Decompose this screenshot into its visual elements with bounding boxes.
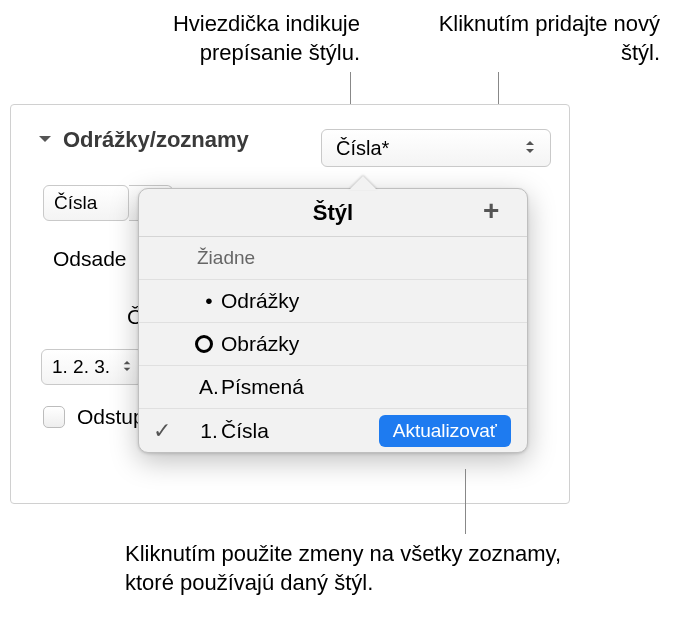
number-format-dropdown[interactable]: 1. 2. 3. [41,349,143,385]
style-item-label: Písmená [221,375,304,399]
updown-icon [524,137,536,160]
leader-line [465,469,466,534]
popover-title: Štýl [313,200,353,226]
number-prefix: 1. [197,419,221,443]
style-item-numbers[interactable]: ✓ 1. Čísla Aktualizovať [139,409,527,452]
list-style-value: Čísla* [336,137,389,160]
checkbox-icon [43,406,65,428]
add-style-button[interactable]: + [483,199,511,227]
style-item-label: Čísla [221,419,269,443]
callout-asterisk: Hviezdička indikuje prepísanie štýlu. [100,10,360,67]
updown-icon [122,356,132,378]
style-item-label: Žiadne [197,247,255,269]
list-type-dropdown[interactable]: Čísla [43,185,129,221]
list-style-dropdown[interactable]: Čísla* [321,129,551,167]
style-item-bullets[interactable]: • Odrážky [139,280,527,323]
indent-label: Odsade [53,247,127,271]
image-bullet-icon [195,335,213,353]
bullet-icon: • [197,289,221,313]
style-popover: Štýl + Žiadne • Odrážky Obrázky A. Písme… [138,188,528,453]
style-list: Žiadne • Odrážky Obrázky A. Písmená ✓ 1.… [139,237,527,452]
style-item-none[interactable]: Žiadne [139,237,527,280]
callout-update: Kliknutím použite zmeny na všetky zoznam… [125,540,575,597]
popover-header: Štýl + [139,189,527,237]
chevron-down-icon [37,127,53,153]
section-title: Odrážky/zoznamy [63,127,249,153]
letter-prefix: A. [197,375,221,399]
callout-add-style: Kliknutím pridajte nový štýl. [410,10,660,67]
update-style-button[interactable]: Aktualizovať [379,415,511,447]
list-type-value: Čísla [54,192,97,214]
style-item-label: Odrážky [221,289,299,313]
number-format-value: 1. 2. 3. [52,356,110,378]
style-item-letters[interactable]: A. Písmená [139,366,527,409]
checkmark-icon: ✓ [153,418,171,444]
style-item-images[interactable]: Obrázky [139,323,527,366]
style-item-label: Obrázky [221,332,299,356]
